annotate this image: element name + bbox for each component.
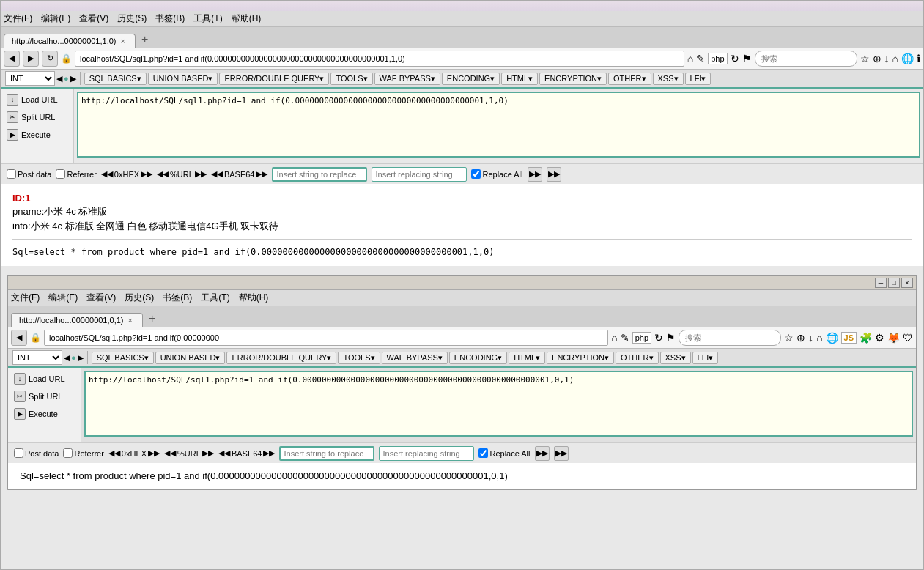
inner-ext-icon[interactable]: 🧩 bbox=[860, 332, 872, 344]
menu-view[interactable]: 查看(V) bbox=[79, 12, 108, 25]
error-double-btn[interactable]: ERROR/DOUBLE QUERY▾ bbox=[219, 73, 329, 85]
execute-arrow-btn[interactable]: ▶▶ bbox=[528, 167, 542, 182]
home-icon2[interactable]: ⌂ bbox=[892, 53, 898, 64]
encoding-btn[interactable]: ENCODING▾ bbox=[442, 73, 500, 85]
menu-file[interactable]: 文件(F) bbox=[4, 12, 32, 25]
menu-history[interactable]: 历史(S) bbox=[117, 12, 147, 25]
inner-menu-bookmarks[interactable]: 书签(B) bbox=[163, 292, 192, 304]
inner-menu-help[interactable]: 帮助(H) bbox=[239, 292, 269, 304]
inner-split-url-button[interactable]: ✂ Split URL bbox=[10, 388, 79, 404]
inner-replacing-string-input[interactable] bbox=[379, 446, 474, 461]
inner-referrer-checkbox[interactable]: Referrer bbox=[63, 448, 103, 458]
execute-arrow-btn2[interactable]: ▶▶ bbox=[547, 167, 561, 182]
inner-menu-history[interactable]: 历史(S) bbox=[125, 292, 154, 304]
inner-base64-encode-btn[interactable]: ◀◀ BASE64 ▶▶ bbox=[218, 448, 276, 458]
other-btn[interactable]: OTHER▾ bbox=[608, 73, 651, 85]
inner-menu-view[interactable]: 查看(V) bbox=[86, 292, 116, 304]
inner-error-double-btn[interactable]: ERROR/DOUBLE QUERY▾ bbox=[226, 352, 336, 364]
menu-tools[interactable]: 工具(T) bbox=[193, 12, 222, 25]
lfi-btn[interactable]: LFI▾ bbox=[685, 73, 712, 85]
post-data-check[interactable] bbox=[7, 169, 16, 179]
encryption-btn[interactable]: ENCRYPTION▾ bbox=[539, 73, 607, 85]
sql-basics-btn[interactable]: SQL BASICS▾ bbox=[84, 73, 147, 85]
inner-menu-file[interactable]: 文件(F) bbox=[11, 292, 40, 304]
restore-button[interactable]: □ bbox=[888, 278, 900, 288]
inner-execute-button[interactable]: ▶ Execute bbox=[10, 406, 79, 422]
menu-help[interactable]: 帮助(H) bbox=[232, 12, 262, 25]
inner-tab-1-close[interactable]: × bbox=[128, 316, 133, 325]
inner-url-encode-btn[interactable]: ◀◀ %URL ▶▶ bbox=[164, 448, 214, 458]
close-button[interactable]: × bbox=[901, 278, 913, 288]
inner-globe-icon[interactable]: 🌐 bbox=[826, 332, 838, 344]
rss-icon[interactable]: ⊕ bbox=[873, 53, 882, 64]
execute-button[interactable]: ▶ Execute bbox=[2, 127, 72, 143]
inner-tab-1[interactable]: http://localho...00000001,0,1) × bbox=[11, 313, 143, 327]
inner-execute-arrow-btn2[interactable]: ▶▶ bbox=[554, 446, 569, 461]
inner-star-icon[interactable]: ☆ bbox=[784, 332, 794, 344]
inner-home-icon[interactable]: ⌂ bbox=[611, 332, 617, 344]
inner-refresh-icon[interactable]: ↻ bbox=[654, 332, 663, 344]
inner-home-icon2[interactable]: ⌂ bbox=[816, 332, 822, 344]
info-icon[interactable]: ℹ bbox=[917, 53, 920, 64]
inner-type-select[interactable]: INTSTRING bbox=[12, 350, 62, 365]
replacing-string-input[interactable] bbox=[372, 167, 467, 182]
inner-rss-icon[interactable]: ⊕ bbox=[797, 332, 805, 344]
tools-btn[interactable]: TOOLS▾ bbox=[330, 73, 372, 85]
inner-bookmark-icon[interactable]: ✎ bbox=[621, 332, 629, 344]
inner-nav-icon[interactable]: ⚑ bbox=[666, 332, 676, 344]
html-btn[interactable]: HTML▾ bbox=[501, 73, 538, 85]
inner-tools-btn[interactable]: TOOLS▾ bbox=[338, 352, 380, 364]
inner-address-input[interactable] bbox=[44, 330, 608, 346]
home-icon[interactable]: ⌂ bbox=[687, 53, 693, 64]
inner-html-btn[interactable]: HTML▾ bbox=[509, 352, 545, 364]
referrer-checkbox[interactable]: Referrer bbox=[56, 169, 96, 179]
minimize-button[interactable]: ─ bbox=[875, 278, 887, 288]
inner-execute-arrow-btn[interactable]: ▶▶ bbox=[535, 446, 550, 461]
hex-encode-btn[interactable]: ◀◀ 0xHEX ▶▶ bbox=[101, 169, 152, 179]
inner-download-icon[interactable]: ↓ bbox=[808, 332, 813, 344]
union-based-btn[interactable]: UNION BASED▾ bbox=[148, 73, 218, 85]
menu-edit[interactable]: 编辑(E) bbox=[41, 12, 70, 25]
replace-all-checkbox[interactable]: Replace All bbox=[471, 169, 522, 179]
search-input[interactable] bbox=[755, 51, 857, 67]
type-select[interactable]: INTSTRING bbox=[5, 71, 55, 86]
replace-string-input[interactable] bbox=[272, 167, 367, 182]
inner-encoding-btn[interactable]: ENCODING▾ bbox=[449, 352, 507, 364]
inner-post-data-check[interactable] bbox=[14, 448, 23, 458]
inner-encryption-btn[interactable]: ENCRYPTION▾ bbox=[547, 352, 614, 364]
download-icon[interactable]: ↓ bbox=[884, 53, 890, 64]
inner-other-btn[interactable]: OTHER▾ bbox=[616, 352, 659, 364]
inner-sql-basics-btn[interactable]: SQL BASICS▾ bbox=[92, 352, 154, 364]
refresh-button[interactable]: ↻ bbox=[42, 51, 58, 67]
forward-button[interactable]: ▶ bbox=[23, 51, 39, 67]
tab-1[interactable]: http://localho...00000001,1,0) × bbox=[4, 34, 136, 48]
inner-hex-encode-btn[interactable]: ◀◀ 0xHEX ▶▶ bbox=[108, 448, 160, 458]
inner-load-url-button[interactable]: ↓ Load URL bbox=[10, 371, 79, 387]
url-textarea[interactable] bbox=[77, 92, 920, 158]
inner-replace-all-checkbox[interactable]: Replace All bbox=[478, 448, 530, 458]
inner-xss-btn[interactable]: XSS▾ bbox=[660, 352, 691, 364]
xss-btn[interactable]: XSS▾ bbox=[653, 73, 684, 85]
split-url-button[interactable]: ✂ Split URL bbox=[2, 109, 72, 125]
new-tab-button[interactable]: + bbox=[137, 33, 152, 46]
star-icon[interactable]: ☆ bbox=[860, 53, 870, 64]
inner-post-data-checkbox[interactable]: Post data bbox=[14, 448, 59, 458]
bookmark-icon[interactable]: ✎ bbox=[696, 53, 705, 64]
inner-menu-tools[interactable]: 工具(T) bbox=[201, 292, 229, 304]
waf-bypass-btn[interactable]: WAF BYPASS▾ bbox=[374, 73, 440, 85]
menu-bookmarks[interactable]: 书签(B) bbox=[155, 12, 185, 25]
replace-all-check[interactable] bbox=[471, 169, 481, 179]
inner-replace-string-input[interactable] bbox=[279, 446, 374, 461]
refresh-icon2[interactable]: ↻ bbox=[731, 53, 739, 64]
back-button[interactable]: ◀ bbox=[4, 51, 20, 67]
inner-new-tab-button[interactable]: + bbox=[144, 312, 160, 325]
url-encode-btn[interactable]: ◀◀ %URL ▶▶ bbox=[157, 169, 207, 179]
inner-menu-edit[interactable]: 编辑(E) bbox=[48, 292, 78, 304]
inner-back-button[interactable]: ◀ bbox=[11, 330, 27, 346]
nav-icon[interactable]: ⚑ bbox=[742, 53, 752, 64]
load-url-button[interactable]: ↓ Load URL bbox=[2, 92, 72, 108]
post-data-checkbox[interactable]: Post data bbox=[7, 169, 51, 179]
address-input[interactable] bbox=[75, 51, 684, 67]
base64-encode-btn[interactable]: ◀◀ BASE64 ▶▶ bbox=[211, 169, 268, 179]
inner-referrer-check[interactable] bbox=[63, 448, 73, 458]
